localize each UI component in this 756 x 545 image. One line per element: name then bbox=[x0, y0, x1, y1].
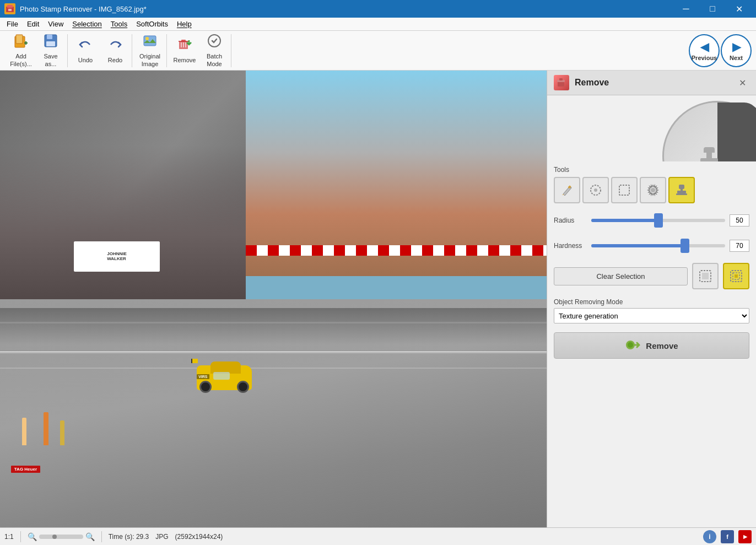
remove-icon bbox=[177, 37, 192, 56]
canvas-area[interactable]: JOHNNIEWALKER RENAULT bbox=[0, 71, 547, 527]
stamp-tool-button[interactable] bbox=[668, 177, 695, 203]
toolbox-header: Remove ✕ bbox=[547, 71, 756, 95]
svg-rect-10 bbox=[144, 36, 156, 46]
redo-icon bbox=[107, 37, 123, 56]
add-files-icon bbox=[13, 33, 29, 52]
app-icon bbox=[4, 3, 15, 14]
circle-display bbox=[547, 95, 756, 161]
remove-button[interactable]: Remove bbox=[170, 35, 199, 66]
menu-file[interactable]: File bbox=[2, 18, 23, 30]
menu-selection[interactable]: Selection bbox=[68, 18, 106, 30]
window-title: Photo Stamp Remover - IMG_8562.jpg* bbox=[20, 5, 147, 13]
clear-selection-button[interactable]: Clear Selection bbox=[554, 267, 688, 285]
maximize-button[interactable]: □ bbox=[700, 0, 725, 18]
circle-select-tool-button[interactable] bbox=[582, 177, 609, 203]
facebook-button[interactable]: f bbox=[721, 530, 734, 543]
menu-help[interactable]: Help bbox=[172, 18, 196, 30]
toolbar: AddFile(s)... Saveas... Undo bbox=[0, 31, 756, 71]
menu-edit[interactable]: Edit bbox=[23, 18, 44, 30]
zoom-slider-area: 🔍 🔍 bbox=[28, 532, 95, 541]
close-button[interactable]: ✕ bbox=[726, 0, 752, 18]
toolbar-remove-group: Remove BatchMode bbox=[168, 34, 231, 67]
previous-button[interactable]: ◀ Previous bbox=[689, 34, 720, 67]
radius-thumb[interactable] bbox=[654, 213, 663, 228]
svg-point-26 bbox=[651, 188, 655, 192]
svg-rect-9 bbox=[46, 41, 55, 46]
titlebar-left: Photo Stamp Remover - IMG_8562.jpg* bbox=[4, 3, 147, 14]
add-files-button[interactable]: AddFile(s)... bbox=[7, 35, 35, 66]
select-custom-icon bbox=[730, 269, 743, 283]
status-info-area: i f ▶ bbox=[703, 530, 752, 543]
toolbar-file-group: AddFile(s)... Saveas... bbox=[4, 34, 68, 67]
stamp-icon bbox=[674, 183, 689, 197]
brush-preview-circle bbox=[662, 101, 756, 161]
toolbox-title: Remove bbox=[575, 78, 609, 88]
grandstand-area bbox=[246, 71, 547, 276]
previous-icon: ◀ bbox=[700, 40, 709, 53]
svg-rect-25 bbox=[619, 185, 629, 195]
svg-point-24 bbox=[594, 188, 597, 192]
svg-rect-21 bbox=[559, 78, 563, 80]
rect-select-tool-button[interactable] bbox=[611, 177, 638, 203]
radius-label: Radius bbox=[554, 217, 587, 224]
zoom-slider-thumb bbox=[52, 535, 57, 539]
original-image-button[interactable]: OriginalImage bbox=[136, 35, 164, 66]
radius-slider[interactable] bbox=[591, 215, 725, 226]
status-divider-1 bbox=[20, 531, 21, 542]
save-as-button[interactable]: Saveas... bbox=[36, 35, 65, 66]
tools-row bbox=[554, 177, 749, 203]
undo-button[interactable]: Undo bbox=[71, 35, 100, 66]
minimize-button[interactable]: ─ bbox=[673, 0, 699, 18]
hardness-section: Hardness 70 bbox=[547, 233, 756, 258]
toolbox-close-button[interactable]: ✕ bbox=[736, 77, 749, 89]
hardness-fill bbox=[591, 244, 685, 247]
radius-row: Radius 50 bbox=[554, 214, 749, 226]
menu-tools[interactable]: Tools bbox=[106, 18, 132, 30]
svg-rect-28 bbox=[681, 188, 683, 191]
next-button[interactable]: ▶ Next bbox=[721, 34, 752, 67]
svg-rect-16 bbox=[181, 42, 182, 47]
hardness-value: 70 bbox=[730, 240, 749, 252]
radius-section: Radius 50 bbox=[547, 208, 756, 233]
toolbox-panel: Remove ✕ Tools bbox=[547, 71, 756, 527]
object-removing-mode-label: Object Removing Mode bbox=[554, 298, 749, 306]
pencil-icon bbox=[560, 183, 574, 197]
undo-icon bbox=[78, 37, 93, 56]
remove-action-button[interactable]: Remove bbox=[554, 332, 749, 359]
mode-dropdown[interactable]: Texture generation Smart fill Clone bbox=[554, 308, 749, 323]
zoom-slider[interactable] bbox=[39, 535, 83, 539]
menu-view[interactable]: View bbox=[44, 18, 68, 30]
select-all-icon bbox=[699, 269, 712, 283]
hardness-label: Hardness bbox=[554, 242, 587, 250]
next-icon: ▶ bbox=[732, 40, 741, 53]
zoom-in-icon[interactable]: 🔍 bbox=[85, 532, 95, 541]
youtube-button[interactable]: ▶ bbox=[738, 530, 752, 543]
tools-section: Tools bbox=[547, 161, 756, 208]
selection-section: Clear Selection bbox=[547, 258, 756, 294]
info-button[interactable]: i bbox=[703, 530, 716, 543]
select-all-button[interactable] bbox=[692, 263, 719, 289]
radius-fill bbox=[591, 219, 658, 222]
titlebar: Photo Stamp Remover - IMG_8562.jpg* ─ □ … bbox=[0, 0, 756, 18]
zoom-out-icon[interactable]: 🔍 bbox=[28, 532, 37, 541]
menu-softorbits[interactable]: SoftOrbits bbox=[132, 18, 172, 30]
hardness-track bbox=[591, 244, 725, 247]
toolbar-edit-group: Undo Redo bbox=[69, 34, 132, 67]
select-custom-button[interactable] bbox=[723, 263, 749, 289]
undo-label: Undo bbox=[78, 57, 93, 64]
batch-mode-button[interactable]: BatchMode bbox=[200, 35, 229, 66]
hardness-thumb[interactable] bbox=[681, 239, 689, 253]
rect-select-icon bbox=[617, 183, 631, 197]
svg-rect-27 bbox=[679, 185, 684, 189]
redo-button[interactable]: Redo bbox=[101, 35, 129, 66]
remove-action-icon bbox=[625, 337, 640, 354]
svg-rect-15 bbox=[183, 42, 184, 47]
pencil-tool-button[interactable] bbox=[554, 177, 580, 203]
hardness-slider[interactable] bbox=[591, 240, 725, 251]
left-building: JOHNNIEWALKER bbox=[0, 71, 246, 322]
batch-mode-icon bbox=[207, 33, 222, 52]
svg-rect-4 bbox=[16, 35, 23, 44]
object-removing-mode-section: Object Removing Mode Texture generation … bbox=[547, 294, 756, 328]
gear-tool-button[interactable] bbox=[640, 177, 666, 203]
zoom-level: 1:1 bbox=[4, 533, 14, 541]
